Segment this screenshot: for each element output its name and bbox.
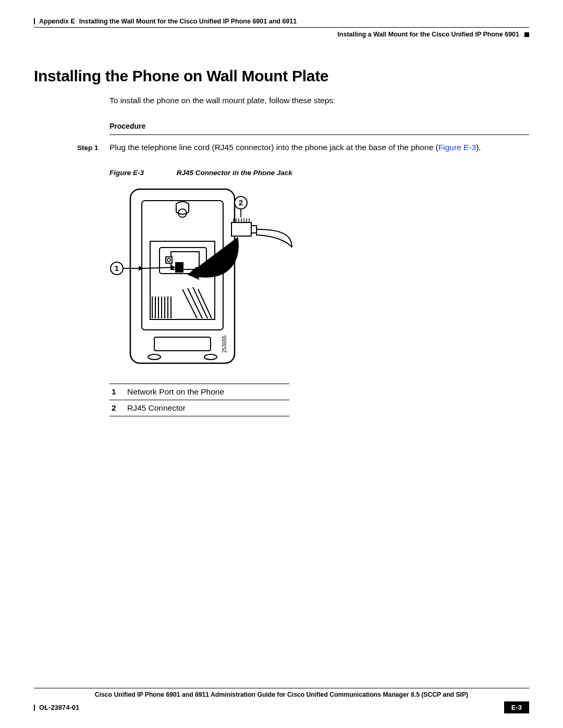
figure-title: RJ45 Connector in the Phone Jack bbox=[177, 169, 292, 177]
table-row: 1 Network Port on the Phone bbox=[109, 384, 289, 400]
legend-desc: RJ45 Connector bbox=[125, 400, 289, 416]
figure-caption: Figure E-3 RJ45 Connector in the Phone J… bbox=[109, 169, 529, 177]
footer-guide-title: Cisco Unified IP Phone 6901 and 6911 Adm… bbox=[34, 691, 529, 698]
intro-text: To install the phone on the wall mount p… bbox=[109, 95, 529, 106]
rj45-connector-icon bbox=[231, 218, 292, 248]
legend-num: 2 bbox=[109, 400, 125, 416]
procedure-rule bbox=[109, 134, 529, 135]
figure-e3: 1 2 253655 bbox=[109, 185, 529, 372]
svg-rect-15 bbox=[175, 262, 183, 273]
callout-2-number: 2 bbox=[239, 198, 243, 207]
section-marker-icon bbox=[524, 32, 529, 37]
svg-rect-20 bbox=[154, 337, 211, 351]
footer-doc-number: OL-23874-01 bbox=[39, 704, 79, 711]
running-header-section: Installing a Wall Mount for the Cisco Un… bbox=[34, 28, 529, 41]
svg-point-21 bbox=[148, 354, 161, 360]
figure-legend-table: 1 Network Port on the Phone 2 RJ45 Conne… bbox=[109, 384, 289, 416]
svg-point-22 bbox=[204, 354, 217, 360]
svg-rect-13 bbox=[166, 257, 172, 263]
figure-label: Figure E-3 bbox=[109, 169, 175, 177]
step-text-before: Plug the telephone line cord (RJ45 conne… bbox=[109, 143, 438, 152]
step-label: Step 1 bbox=[34, 144, 109, 152]
step-text-after: ). bbox=[476, 143, 481, 152]
legend-desc: Network Port on the Phone bbox=[125, 384, 289, 400]
appendix-label: Appendix E bbox=[39, 18, 75, 25]
step-text: Plug the telephone line cord (RJ45 conne… bbox=[109, 142, 529, 153]
page-number-badge: E-3 bbox=[504, 701, 529, 713]
step-row: Step 1 Plug the telephone line cord (RJ4… bbox=[34, 142, 529, 153]
legend-num: 1 bbox=[109, 384, 125, 400]
procedure-label: Procedure bbox=[109, 122, 529, 130]
rj45-diagram: 1 2 253655 bbox=[109, 185, 297, 370]
footer-tick-icon bbox=[34, 705, 35, 711]
page-footer: Cisco Unified IP Phone 6901 and 6911 Adm… bbox=[34, 688, 529, 713]
header-tick-icon bbox=[34, 18, 35, 24]
chapter-title: Installing the Wall Mount for the Cisco … bbox=[79, 18, 297, 25]
running-header-top: Appendix E Installing the Wall Mount for… bbox=[34, 16, 529, 27]
svg-rect-23 bbox=[231, 223, 251, 236]
figure-image-number: 253655 bbox=[222, 335, 227, 353]
callout-1-number: 1 bbox=[115, 264, 119, 273]
figure-xref[interactable]: Figure E-3 bbox=[438, 143, 476, 152]
section-title: Installing a Wall Mount for the Cisco Un… bbox=[337, 31, 519, 38]
svg-rect-24 bbox=[251, 226, 256, 233]
page-heading: Installing the Phone on Wall Mount Plate bbox=[34, 67, 529, 85]
table-row: 2 RJ45 Connector bbox=[109, 400, 289, 416]
